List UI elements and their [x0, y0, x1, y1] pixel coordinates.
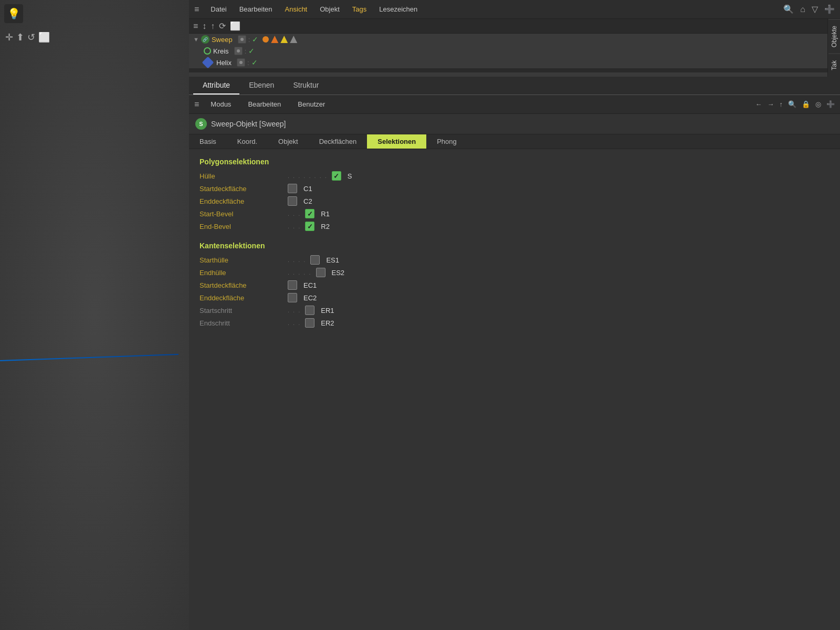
menu-tags[interactable]: Tags [347, 3, 372, 15]
menu-bearbeiten[interactable]: Bearbeiten [234, 3, 278, 15]
field-label-startschritt: Startschritt [200, 307, 284, 314]
kreis-visibility-check[interactable] [234, 47, 243, 55]
field-check-kanten-startdeckflache[interactable] [288, 280, 297, 290]
field-row-kanten-startdeckflache: Startdeckfläche EC1 [200, 280, 830, 290]
circle-icon[interactable]: ◎ [815, 100, 821, 108]
lock-icon[interactable]: 🔒 [802, 100, 810, 108]
back-icon[interactable]: ← [755, 100, 762, 108]
field-row-startschritt: Startschritt . . . ER1 [200, 306, 830, 315]
field-value-hulle: S [348, 172, 352, 180]
menu-hamburger-icon[interactable]: ≡ [194, 5, 199, 14]
obj-icon3[interactable]: ⟳ [219, 21, 226, 31]
home-icon[interactable]: ⌂ [800, 5, 805, 14]
field-check-starthulle[interactable] [310, 255, 320, 265]
attr-benutzer[interactable]: Benutzer [292, 98, 330, 110]
kreis-icon [204, 47, 211, 55]
sweep-expand-icon[interactable]: ▼ [193, 36, 199, 43]
tab-ebenen[interactable]: Ebenen [239, 77, 284, 94]
menu-objekt[interactable]: Objekt [314, 3, 345, 15]
field-row-kanten-enddeckflache: Enddeckfläche EC2 [200, 293, 830, 302]
helix-visibility-check[interactable] [237, 58, 245, 67]
sub-tab-koord[interactable]: Koord. [227, 134, 268, 149]
search-icon[interactable]: 🔍 [783, 4, 794, 14]
field-row-endhulle: Endhülle . . . . . ES2 [200, 268, 830, 277]
attr-add-icon[interactable]: ➕ [826, 100, 835, 108]
obj-hamburger-icon[interactable]: ≡ [193, 22, 198, 31]
attr-search-icon[interactable]: 🔍 [788, 100, 796, 108]
side-tab-objekte[interactable]: Objekte [828, 19, 840, 54]
tag-grey-tri[interactable] [290, 36, 297, 43]
field-dots-starthulle: . . . . [288, 257, 306, 263]
menu-lesezeichen[interactable]: Lesezeichen [374, 3, 423, 15]
add-icon[interactable]: ➕ [824, 4, 835, 14]
helix-active-check[interactable]: ✓ [251, 58, 258, 67]
menu-right-icons: 🔍 ⌂ ▽ ➕ [783, 4, 835, 14]
obj-row-sweep[interactable]: ▼ 🔗 Sweep : ✓ [189, 34, 827, 45]
field-label-enddeckflache: Enddeckfläche [200, 197, 284, 205]
main-panel: ≡ Datei Bearbeiten Ansicht Objekt Tags L… [189, 0, 840, 630]
tab-attribute[interactable]: Attribute [193, 77, 239, 94]
sub-tab-selektionen[interactable]: Selektionen [367, 134, 426, 149]
field-check-enddeckflache[interactable] [288, 196, 297, 206]
sweep-obj-name: Sweep [212, 36, 233, 44]
field-check-startdeckflache[interactable] [288, 184, 297, 193]
sub-tabs-row: Basis Koord. Objekt Deckflächen Selektio… [189, 134, 840, 149]
attr-modus[interactable]: Modus [205, 98, 236, 110]
field-check-endschritt[interactable] [305, 318, 314, 328]
field-check-hulle[interactable] [332, 171, 341, 181]
obj-info-row: S Sweep-Objekt [Sweep] [189, 114, 840, 134]
kanten-section: Kantenselektionen Starthülle . . . . ES1… [200, 242, 830, 328]
menu-ansicht[interactable]: Ansicht [280, 3, 313, 15]
field-check-end-bevel[interactable] [305, 222, 314, 231]
sub-tab-deckflachen[interactable]: Deckflächen [309, 134, 368, 149]
polygon-section-title: Polygonselektionen [200, 158, 830, 166]
obj-row-kreis[interactable]: Kreis : ✓ [189, 45, 827, 57]
sweep-visibility-check[interactable] [238, 35, 246, 44]
attr-hamburger-icon[interactable]: ≡ [194, 100, 199, 109]
polygon-section: Polygonselektionen Hülle . . . . . . . .… [200, 158, 830, 231]
sub-tab-phong[interactable]: Phong [426, 134, 467, 149]
obj-toolbar: ≡ ↕ ↑ ⟳ ⬜ [189, 19, 827, 34]
side-tab-tak[interactable]: Tak [828, 54, 840, 77]
viewport-3d[interactable] [0, 0, 189, 630]
obj-icon4[interactable]: ⬜ [230, 21, 240, 31]
attr-bearbeiten[interactable]: Bearbeiten [243, 98, 286, 110]
helix-name: Helix [216, 59, 232, 67]
tab-struktur[interactable]: Struktur [284, 77, 328, 94]
refresh-icon[interactable]: ↺ [27, 32, 35, 43]
menu-datei[interactable]: Datei [205, 3, 232, 15]
obj-row-helix[interactable]: Helix : ✓ [189, 57, 827, 68]
kreis-active-check[interactable]: ✓ [248, 47, 255, 55]
field-check-kanten-enddeckflache[interactable] [288, 293, 297, 302]
field-row-startdeckflache: Startdeckfläche C1 [200, 184, 830, 193]
field-value-enddeckflache: C2 [303, 197, 312, 205]
field-value-end-bevel: R2 [321, 223, 330, 230]
field-label-start-bevel: Start-Bevel [200, 210, 284, 218]
field-label-startdeckflache: Startdeckfläche [200, 185, 284, 193]
sweep-info-icon: S [195, 118, 207, 130]
tag-yellow-tri[interactable] [280, 36, 288, 43]
sub-tab-objekt[interactable]: Objekt [268, 134, 309, 149]
obj-icon1[interactable]: ↕ [202, 22, 206, 31]
sweep-tags [271, 36, 297, 43]
field-row-enddeckflache: Enddeckfläche C2 [200, 196, 830, 206]
obj-scroll-bar[interactable] [189, 68, 827, 72]
field-check-start-bevel[interactable] [305, 209, 314, 218]
obj-icon2[interactable]: ↑ [211, 22, 215, 31]
move-icon[interactable]: ✛ [5, 32, 13, 43]
field-value-kanten-enddeckflache: EC2 [303, 294, 317, 302]
forward-icon[interactable]: → [768, 100, 774, 108]
move-up-icon[interactable]: ⬆ [16, 32, 24, 43]
up-icon[interactable]: ↑ [780, 100, 783, 108]
field-check-startschritt[interactable] [305, 306, 314, 315]
sweep-checks: : ✓ [238, 35, 298, 44]
sweep-active-check[interactable]: ✓ [252, 35, 258, 44]
field-value-endhulle: ES2 [332, 269, 345, 277]
expand-icon[interactable]: ⬜ [38, 32, 50, 43]
field-check-endhulle[interactable] [316, 268, 326, 277]
helix-icon [202, 57, 214, 69]
tag-orange-tri[interactable] [271, 36, 278, 43]
filter-icon[interactable]: ▽ [812, 4, 818, 14]
sub-tab-basis[interactable]: Basis [189, 134, 227, 149]
field-value-endschritt: ER2 [321, 319, 334, 327]
